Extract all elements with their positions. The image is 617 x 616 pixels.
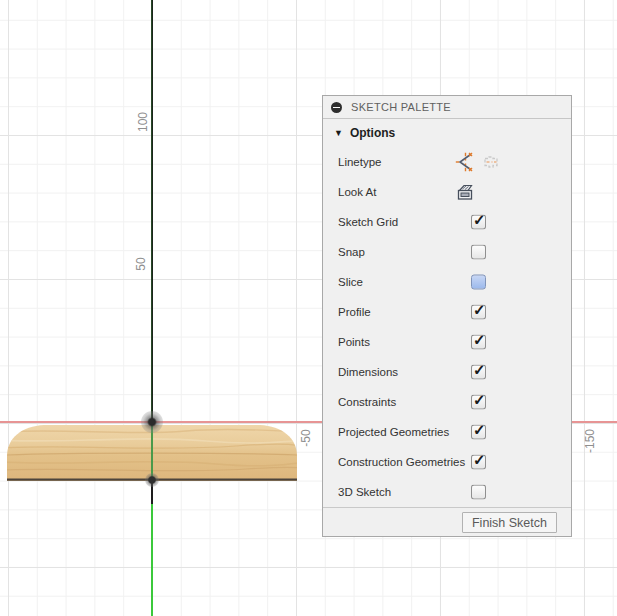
check-icon: ✓ <box>473 331 486 349</box>
row-3d-sketch: 3D Sketch ✓ <box>323 477 571 507</box>
row-slice: Slice ✓ <box>323 267 571 297</box>
profile-label: Profile <box>338 306 371 318</box>
palette-footer: Finish Sketch <box>323 507 571 536</box>
dimensions-label: Dimensions <box>338 366 398 378</box>
chevron-down-icon: ▼ <box>334 128 343 138</box>
palette-title: SKETCH PALETTE <box>351 101 451 113</box>
options-rows: Linetype <box>323 147 571 507</box>
bottom-sketch-point[interactable] <box>145 473 159 487</box>
3d-sketch-label: 3D Sketch <box>338 486 391 498</box>
sketch-grid-checkbox[interactable]: ✓ <box>471 215 486 230</box>
snap-checkbox[interactable]: ✓ <box>471 245 486 260</box>
construction-linetype-icon[interactable] <box>481 152 501 172</box>
row-dimensions: Dimensions ✓ <box>323 357 571 387</box>
vertical-sketch-line[interactable] <box>151 0 153 422</box>
projected-geometries-label: Projected Geometries <box>338 426 449 438</box>
x-axis-label-n150: -150 <box>583 426 597 456</box>
x-axis-label-n50: -50 <box>299 423 313 453</box>
sketch-palette-panel: SKETCH PALETTE ▼ Options Linetype <box>322 95 572 537</box>
centerline-linetype-icon[interactable] <box>455 152 475 172</box>
snap-label: Snap <box>338 246 365 258</box>
check-icon: ✓ <box>473 421 486 439</box>
y-axis-label-50: 50 <box>134 249 148 279</box>
options-label: Options <box>350 126 395 140</box>
row-snap: Snap ✓ <box>323 237 571 267</box>
row-constraints: Constraints ✓ <box>323 387 571 417</box>
finish-sketch-button[interactable]: Finish Sketch <box>462 512 557 533</box>
check-icon: ✓ <box>473 211 486 229</box>
profile-checkbox[interactable]: ✓ <box>471 305 486 320</box>
row-points: Points ✓ <box>323 327 571 357</box>
look-at-icon[interactable] <box>455 182 475 202</box>
y-axis-line <box>151 504 153 616</box>
construction-geometries-label: Construction Geometries <box>338 456 465 468</box>
check-icon: ✓ <box>473 451 486 469</box>
3d-sketch-checkbox[interactable]: ✓ <box>471 485 486 500</box>
sketch-canvas[interactable]: 100 50 -50 -150 SKETCH PALETTE ▼ Options… <box>0 0 617 616</box>
y-axis-label-100: 100 <box>136 107 150 137</box>
dimensions-checkbox[interactable]: ✓ <box>471 365 486 380</box>
collapse-icon[interactable] <box>331 102 342 113</box>
row-profile: Profile ✓ <box>323 297 571 327</box>
constraints-checkbox[interactable]: ✓ <box>471 395 486 410</box>
check-icon: ✓ <box>473 391 486 409</box>
check-icon: ✓ <box>473 301 486 319</box>
row-look-at: Look At <box>323 177 571 207</box>
slice-checkbox[interactable]: ✓ <box>471 275 486 290</box>
projected-geometries-checkbox[interactable]: ✓ <box>471 425 486 440</box>
row-projected-geometries: Projected Geometries ✓ <box>323 417 571 447</box>
sketch-grid-label: Sketch Grid <box>338 216 398 228</box>
row-construction-geometries: Construction Geometries ✓ <box>323 447 571 477</box>
palette-header: SKETCH PALETTE <box>323 96 571 119</box>
look-at-label: Look At <box>338 186 376 198</box>
origin-sketch-point[interactable] <box>141 411 163 433</box>
constraints-label: Constraints <box>338 396 396 408</box>
row-sketch-grid: Sketch Grid ✓ <box>323 207 571 237</box>
options-section-header[interactable]: ▼ Options <box>323 119 571 147</box>
check-icon: ✓ <box>473 361 486 379</box>
slice-label: Slice <box>338 276 363 288</box>
points-label: Points <box>338 336 370 348</box>
linetype-label: Linetype <box>338 156 381 168</box>
points-checkbox[interactable]: ✓ <box>471 335 486 350</box>
construction-geometries-checkbox[interactable]: ✓ <box>471 455 486 470</box>
row-linetype: Linetype <box>323 147 571 177</box>
